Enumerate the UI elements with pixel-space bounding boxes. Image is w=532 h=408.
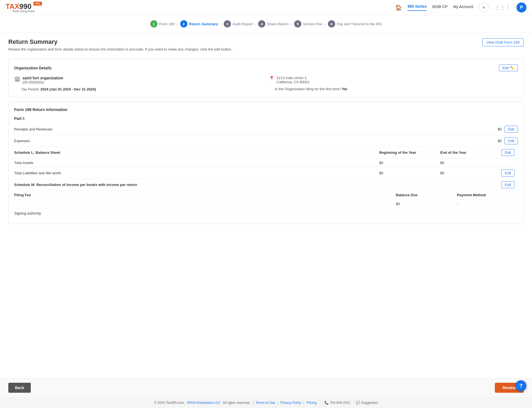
help-button[interactable]: ? [515,380,526,391]
divider-2: | [277,401,278,405]
logo-area: TAX990 PRO Keep Doing Good [6,2,42,13]
back-button[interactable]: Back [8,383,31,393]
schedule-l-label: Schedule L: Balance Sheet [14,150,379,155]
view-draft-button[interactable]: View Draft Form 199 [482,38,524,46]
step-5-circle: 5 [294,20,301,27]
receipts-label: Receipts and Revenues [14,127,52,131]
org-address-row: 📍 1213 main street 1, California, CA 900… [269,76,518,84]
home-icon[interactable]: 🏠 [395,4,402,11]
tax-period-label: Tax Period: [21,87,39,91]
page-title: Return Summary [8,38,232,46]
title-row: Return Summary Review the organization a… [8,38,524,56]
phone-icon: 📞 [324,401,329,405]
total-liabilities-beginning: $0 [379,171,440,175]
org-edit-button[interactable]: Edit ✏️ [499,64,518,71]
org-name-row: 🏢 saint fort organization (05-5555555) [14,76,263,84]
expenses-edit-button[interactable]: Edit [505,137,518,144]
org-card-title: Organization Details [14,66,52,70]
nav-right: 🏠 990 Series 8038-CP My Account ✕ ⋮⋮⋮ P [395,2,526,12]
filing-fee-col: Filing Fee [14,193,396,197]
step-1: 1 Form 199 [150,20,175,27]
arrow-3: › [255,22,256,26]
location-icon: 📍 [269,76,274,81]
terms-link[interactable]: Terms of Use [256,401,275,405]
org-card-header: Organization Details Edit ✏️ [14,64,518,71]
total-assets-row: Total Assets $0 $0 [14,158,518,167]
arrow-1: › [177,22,178,26]
form-card-title: Form 199 Return Information [14,107,67,112]
step-3-circle: 3 [224,20,231,27]
x-icon-button[interactable]: ✕ [479,2,489,12]
part1-label: Part I: [14,116,518,121]
step-5-label: Service Fee [303,22,322,26]
total-liabilities-label: Total Liabilities and Net worth [14,171,379,175]
step-4-circle: 4 [258,20,265,27]
balance-due-col: Balance Due [396,193,457,197]
schedule-m-sublabel: Reconciliation of income per books with … [36,183,137,187]
first-time-label: Is the Organization filing for the first… [275,87,342,91]
step-6-label: Pay and Transmit to the IRS [337,22,382,26]
address-info: 1213 main street 1, California, CA 90001 [277,76,310,84]
expenses-label: Expenses [14,139,30,143]
header: TAX990 PRO Keep Doing Good 🏠 990 Series … [0,0,532,15]
expenses-right: $0 Edit [498,137,518,144]
edit-pencil-icon: ✏️ [510,66,514,70]
address-line1: 1213 main street 1, [277,76,310,80]
receipts-edit-button[interactable]: Edit [505,126,518,133]
signing-label: Signing authority [14,211,41,215]
schedule-l-sublabel: Balance Sheet [35,150,60,155]
beginning-col: Beginning of the Year [379,150,440,155]
expenses-value: $0 [498,139,502,143]
nav-8038cp[interactable]: 8038-CP [432,4,447,11]
total-assets-label: Total Assets [14,161,379,165]
step-1-label: Form 199 [159,22,175,26]
total-liabilities-row: Total Liabilities and Net worth $0 $0 Ed… [14,167,518,179]
arrow-4: › [291,22,292,26]
privacy-link[interactable]: Privacy Policy [281,401,301,405]
phone-number: 704-839-2321 [330,401,350,405]
site-footer: © 2024 Tax990.com, SPAN Enterprises LLC … [0,397,532,408]
pricing-link[interactable]: Pricing [306,401,317,405]
schedule-l-edit-button[interactable]: Edit [501,149,515,156]
main-content: Return Summary Review the organization a… [0,33,532,378]
step-3: 3 Audit Report [224,20,253,27]
nav-990-series[interactable]: 990 Series [408,4,427,11]
schedule-m-edit-button[interactable]: Edit [501,181,515,188]
filing-header: Filing Fee Balance Due Payment Method [14,191,518,200]
suggestion-label: Suggestion [361,401,378,405]
all-rights-text: All rights reserved. [223,401,250,405]
step-4: 4 Share Return [258,20,288,27]
page-subtitle: Review the organization and form details… [8,47,232,51]
nav-my-account[interactable]: My Account [453,4,473,11]
footer-suggestion[interactable]: 💬 Suggestion [356,401,378,405]
receipts-right: $0 Edit [498,126,518,133]
address-line2: California, CA 90001 [277,80,310,84]
org-details-card: Organization Details Edit ✏️ 🏢 saint for… [8,59,524,97]
step-6: 6 Pay and Transmit to the IRS [328,20,382,27]
step-2: 2 Return Summary [180,20,218,27]
stepper: 1 Form 199 › 2 Return Summary › 3 Audit … [0,15,532,33]
receipts-row: Receipts and Revenues $0 Edit [14,124,518,135]
step-1-circle: 1 [150,20,157,27]
step-3-label: Audit Report [233,22,253,26]
receipts-value: $0 [498,127,502,131]
form-info-card: Form 199 Return Information Part I: Rece… [8,102,524,224]
grid-icon[interactable]: ⋮⋮⋮ [494,4,511,11]
signing-authority-row: Signing authority [14,208,518,218]
arrow-5: › [324,22,325,26]
span-link[interactable]: SPAN Enterprises LLC [187,401,220,405]
end-col: End of the Year [440,150,501,155]
total-assets-beginning: $0 [379,161,440,165]
schedule-l-header: Schedule L: Balance Sheet Beginning of t… [14,147,518,158]
expenses-row: Expenses $0 Edit [14,135,518,147]
payment-method-value: - [457,202,518,206]
edit-label: Edit [503,66,509,70]
building-icon: 🏢 [14,76,20,82]
total-liabilities-end: $0 [440,171,501,175]
step-5: 5 Service Fee [294,20,322,27]
tax-period-value: 2024 (Jan 01 2024 - Dec 31 2024) [40,87,96,91]
avatar[interactable]: P [516,2,526,12]
liabilities-edit-button[interactable]: Edit [501,170,515,177]
suggestion-icon: 💬 [356,401,360,405]
org-right-col: 📍 1213 main street 1, California, CA 900… [269,76,518,91]
